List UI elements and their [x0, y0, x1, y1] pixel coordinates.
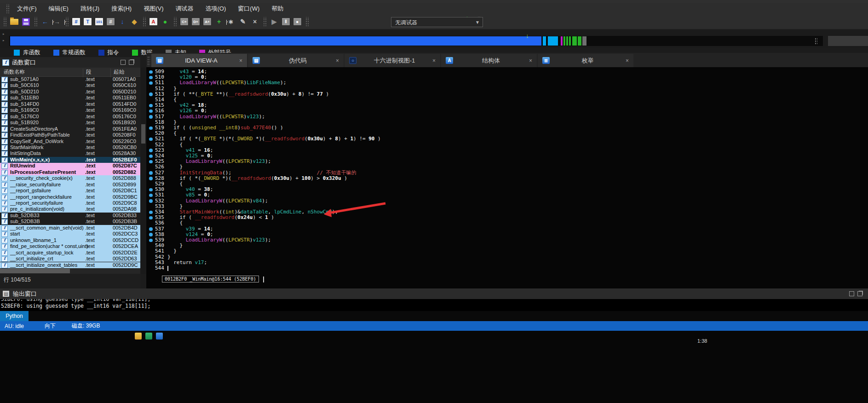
breakpoint-dot-icon[interactable] — [149, 171, 153, 175]
function-row[interactable]: fStartMainWork.text00526CB0 — [0, 144, 140, 150]
debugger-selector-combo[interactable]: 无调试器 ▼ — [391, 17, 483, 27]
functions-vscrollbar[interactable] — [141, 68, 146, 274]
breakpoint-dot-icon[interactable] — [149, 127, 153, 130]
breakpoint-dot-icon[interactable] — [149, 211, 153, 214]
data-region[interactable] — [572, 36, 577, 46]
open-file-icon[interactable] — [10, 19, 18, 25]
breakpoint-dot-icon[interactable] — [149, 104, 153, 108]
output-restore-icon[interactable] — [849, 291, 854, 296]
tab-IDA VIEW-A[interactable]: ▤IDA VIEW-A× — [151, 54, 247, 67]
vscrollbar-thumb[interactable] — [141, 124, 145, 144]
save-icon[interactable] — [22, 18, 30, 26]
breakpoint-dot-icon[interactable] — [149, 239, 153, 242]
functions-column-header[interactable]: 函数名称段起始 — [0, 68, 140, 77]
library-function-region[interactable] — [543, 36, 546, 46]
back-icon[interactable]: ←▾ — [40, 17, 50, 26]
function-row[interactable]: f__scrt_acquire_startup_lock.text0052DD2… — [0, 250, 140, 256]
functions-hscrollbar[interactable] — [0, 268, 140, 274]
external-symbol-region[interactable] — [561, 36, 563, 46]
function-row[interactable]: f__scrt_initialize_crt.text0052DD63 — [0, 256, 140, 262]
python-cli-tab[interactable]: Python — [0, 311, 29, 321]
search-text-icon[interactable]: T — [83, 17, 92, 26]
function-row[interactable]: fsub_514FD0.text00514FD0 — [0, 101, 140, 107]
breakpoint-dot-icon[interactable] — [149, 227, 153, 231]
function-row[interactable]: fInitStringData.text00528A30 — [0, 150, 140, 156]
restore-icon[interactable] — [121, 60, 126, 65]
function-row[interactable]: fRtlUnwind.text0052D87C — [0, 163, 140, 169]
menu-item-[interactable]: 帮助 — [265, 3, 289, 14]
function-row[interactable]: fpre_c_initialization(void).text0052DA98 — [0, 206, 140, 212]
tab-close-icon[interactable]: × — [626, 58, 629, 64]
search-sequence-icon[interactable]: 101 — [95, 17, 103, 26]
forward-icon[interactable]: →▾ — [52, 17, 62, 26]
tab-close-icon[interactable]: × — [336, 58, 339, 64]
menu-item-V[interactable]: 视图(V) — [138, 3, 169, 14]
navband-handle-icon[interactable]: ▸ — [3, 39, 5, 42]
navigation-band[interactable] — [9, 36, 823, 46]
float-icon[interactable] — [129, 60, 134, 65]
function-row[interactable]: funknown_libname_1.text0052DCCD — [0, 237, 140, 243]
tab-枚举[interactable]: ≣枚举× — [538, 54, 633, 67]
tab-结构体[interactable]: A结构体× — [441, 54, 537, 67]
function-row[interactable]: fsub_5169C0.text005169C0 — [0, 107, 140, 113]
pause-debug-icon[interactable]: Ⅱ — [282, 17, 290, 26]
data-region[interactable] — [569, 36, 571, 46]
breakpoint-dot-icon[interactable] — [149, 160, 153, 164]
search-number-icon[interactable]: # — [72, 17, 80, 26]
function-row[interactable]: f__raise_securityfailure.text0052D899 — [0, 182, 140, 188]
breakpoint-dot-icon[interactable] — [149, 233, 153, 236]
run-analysis-icon[interactable]: ● — [161, 17, 170, 26]
function-row[interactable]: fsub_5176C0.text005176C0 — [0, 114, 140, 120]
data-region[interactable] — [563, 36, 565, 46]
breakpoint-dot-icon[interactable] — [149, 194, 153, 197]
column-header-0[interactable]: 函数名称 — [4, 69, 25, 75]
edit-icon[interactable]: ✎ — [238, 17, 247, 26]
stop-debug-icon[interactable]: ■ — [293, 17, 302, 26]
hscrollbar-thumb[interactable] — [0, 269, 70, 273]
menu-item-W[interactable]: 窗口(W) — [232, 3, 265, 14]
tab-close-icon[interactable]: × — [432, 58, 436, 64]
taskbar-folder-icon[interactable] — [135, 333, 142, 340]
column-header-1[interactable]: 段 — [86, 69, 92, 75]
function-row[interactable]: fsub_52DB33.text0052DB33 — [0, 213, 140, 219]
tab-伪代码[interactable]: ▤伪代码× — [248, 54, 344, 67]
data-region[interactable] — [566, 36, 568, 46]
breakpoint-dot-icon[interactable] — [149, 70, 153, 74]
rename-icon[interactable]: A+ — [203, 17, 212, 26]
tab-十六进制视图-1[interactable]: ○十六进制视图-1× — [345, 54, 440, 67]
function-row[interactable]: f__report_securityfailure.text0052D9C8 — [0, 200, 140, 206]
data-region[interactable] — [578, 36, 581, 46]
create-data-icon[interactable]: D+ — [191, 17, 200, 26]
breakpoint-dot-icon[interactable] — [149, 115, 153, 119]
function-row[interactable]: fsub_50C610.text0050C610 — [0, 82, 140, 88]
breakpoint-dot-icon[interactable] — [149, 138, 153, 141]
navband-position-marker-icon[interactable]: ↓ — [526, 32, 529, 39]
breakpoint-dot-icon[interactable] — [149, 92, 153, 96]
menu-item-J[interactable]: 跳转(J) — [75, 3, 105, 14]
function-row[interactable]: fsub_51B920.text0051B920 — [0, 120, 140, 126]
regular-function-region[interactable] — [10, 36, 541, 46]
flashlight-icon[interactable]: ◆ — [130, 17, 139, 26]
function-row[interactable]: f__scrt_common_main_seh(void).text0052DB… — [0, 225, 140, 231]
function-row[interactable]: ffind_pe_section(uchar * const,uint).tex… — [0, 243, 140, 249]
search-next-icon[interactable]: # — [106, 17, 115, 26]
breakpoint-dot-icon[interactable] — [149, 149, 153, 152]
add-xref-icon[interactable]: +▾ — [214, 17, 224, 26]
function-row[interactable]: f__report_rangecheckfailure.text0052D9BC — [0, 194, 140, 200]
unknown-region[interactable] — [582, 36, 586, 46]
function-row[interactable]: fstart.text0052DCC3 — [0, 231, 140, 237]
function-row[interactable]: fIsProcessorFeaturePresent.text0052D882 — [0, 169, 140, 175]
patch-icon[interactable]: ∗ — [226, 17, 236, 26]
breakpoint-dot-icon[interactable] — [149, 199, 153, 203]
function-row[interactable]: f__security_check_cookie(x).text0052D888 — [0, 175, 140, 181]
tab-close-icon[interactable]: × — [529, 58, 532, 64]
taskbar-app-icon[interactable] — [145, 333, 152, 340]
create-code-icon[interactable]: C+ — [180, 17, 189, 26]
library-function-region[interactable] — [548, 36, 558, 46]
breakpoint-dot-icon[interactable] — [149, 76, 153, 80]
output-float-icon[interactable] — [857, 291, 862, 296]
column-header-2[interactable]: 起始 — [114, 69, 124, 75]
tab-close-icon[interactable]: × — [239, 58, 242, 64]
pseudocode-view[interactable]: 509 v43 = 14;510 v120 = 0;511 LoadLibrar… — [146, 67, 868, 288]
function-row[interactable]: fWinMain(x,x,x,x).text0052BEF0 — [0, 157, 140, 163]
